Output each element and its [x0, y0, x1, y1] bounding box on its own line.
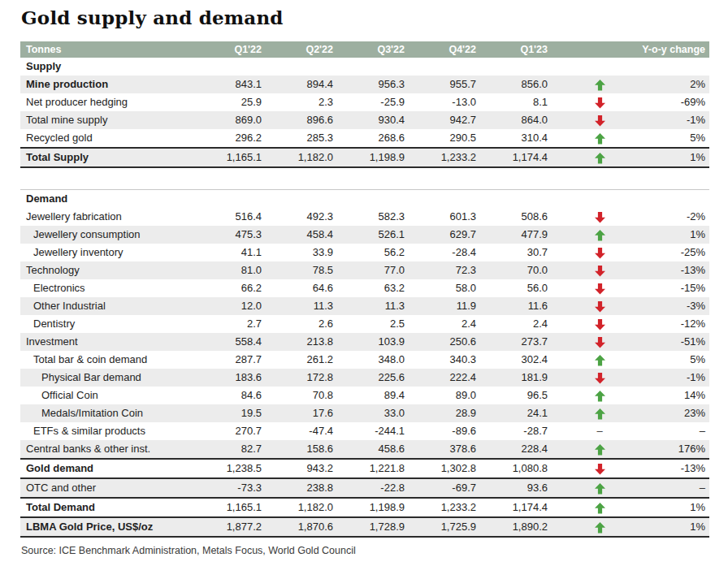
- value-cell: 30.7: [488, 244, 559, 261]
- value-cell: 66.2: [202, 279, 273, 297]
- value-cell: 340.3: [416, 351, 488, 369]
- value-cell: 70.0: [488, 261, 559, 279]
- section-title: Demand: [20, 190, 709, 209]
- no-change-dash-icon: –: [596, 425, 602, 437]
- value-cell: 261.2: [273, 351, 344, 369]
- value-cell: 2.4: [416, 315, 488, 333]
- value-cell: 96.5: [488, 387, 559, 404]
- value-cell: 63.2: [344, 279, 416, 297]
- value-cell: 869.0: [202, 111, 273, 129]
- up-arrow-icon: [595, 503, 605, 514]
- yoy-cell: -13%: [640, 459, 709, 478]
- value-cell: -13.0: [416, 93, 488, 111]
- value-cell: 81.0: [202, 261, 273, 279]
- yoy-cell: –: [640, 422, 709, 440]
- value-cell: 64.6: [273, 279, 344, 297]
- col-header-arrow: [559, 41, 640, 58]
- arrow-cell: [559, 459, 640, 478]
- value-cell: -28.7: [488, 422, 559, 440]
- value-cell: 955.7: [416, 76, 488, 93]
- value-cell: 290.5: [416, 129, 488, 148]
- down-arrow-icon: [595, 319, 605, 331]
- value-cell: 475.3: [202, 226, 273, 244]
- up-arrow-icon: [595, 230, 605, 241]
- yoy-cell: 176%: [640, 440, 709, 459]
- value-cell: -25.9: [344, 93, 416, 111]
- value-cell: 1,198.9: [344, 498, 416, 517]
- value-cell: 310.4: [488, 129, 559, 148]
- down-arrow-icon: [595, 301, 605, 313]
- value-cell: 2.6: [273, 315, 344, 333]
- table-row: Jewellery inventory41.133.956.2-28.430.7…: [20, 244, 709, 261]
- table-row: Gold demand1,238.5943.21,221.81,302.81,0…: [20, 459, 709, 478]
- value-cell: 516.4: [202, 208, 273, 226]
- table-row: Central banks & other inst.82.7158.6458.…: [20, 440, 709, 459]
- yoy-cell: -69%: [640, 93, 709, 111]
- arrow-cell: –: [559, 422, 640, 440]
- value-cell: 558.4: [202, 333, 273, 351]
- value-cell: 1,165.1: [202, 498, 273, 517]
- table-row: Mine production843.1894.4956.3955.7856.0…: [20, 76, 709, 93]
- value-cell: 2.4: [488, 315, 559, 333]
- yoy-cell: -12%: [640, 315, 709, 333]
- value-cell: -47.4: [273, 422, 344, 440]
- arrow-cell: [559, 297, 640, 315]
- value-cell: 268.6: [344, 129, 416, 148]
- value-cell: 1,165.1: [202, 148, 273, 167]
- arrow-cell: [559, 315, 640, 333]
- value-cell: 458.6: [344, 440, 416, 459]
- value-cell: 582.3: [344, 208, 416, 226]
- row-label-cell: Jewellery fabrication: [20, 208, 202, 226]
- value-cell: 526.1: [344, 226, 416, 244]
- arrow-cell: [559, 369, 640, 387]
- yoy-cell: 1%: [640, 498, 709, 517]
- yoy-cell: 5%: [640, 129, 709, 148]
- value-cell: 228.4: [488, 440, 559, 459]
- value-cell: 270.7: [202, 422, 273, 440]
- row-label-cell: Recycled gold: [20, 129, 202, 148]
- arrow-cell: [559, 129, 640, 148]
- down-arrow-icon: [595, 115, 605, 127]
- value-cell: 378.6: [416, 440, 488, 459]
- yoy-cell: 23%: [640, 404, 709, 422]
- page-title: Gold supply and demand: [0, 0, 728, 41]
- arrow-cell: [559, 387, 640, 404]
- col-header-q3-22: Q3'22: [344, 41, 416, 58]
- value-cell: 894.4: [273, 76, 344, 93]
- up-arrow-icon: [595, 133, 605, 145]
- yoy-cell: –: [640, 478, 709, 498]
- value-cell: 58.0: [416, 279, 488, 297]
- row-label-cell: LBMA Gold Price, US$/oz: [20, 517, 202, 537]
- yoy-cell: -2%: [640, 208, 709, 226]
- value-cell: 70.8: [273, 387, 344, 404]
- table-row: Total Supply1,165.11,182.01,198.91,233.2…: [20, 148, 709, 167]
- value-cell: 82.7: [202, 440, 273, 459]
- table-row: Jewellery consumption475.3458.4526.1629.…: [20, 226, 709, 244]
- value-cell: 89.4: [344, 387, 416, 404]
- table-row: Total bar & coin demand287.7261.2348.034…: [20, 351, 709, 369]
- section-title: Supply: [20, 58, 709, 76]
- value-cell: 2.5: [344, 315, 416, 333]
- table-row: ETFs & similar products270.7-47.4-244.1-…: [20, 422, 709, 440]
- value-cell: 213.8: [273, 333, 344, 351]
- row-label-cell: Official Coin: [20, 387, 202, 404]
- table-row: Recycled gold296.2285.3268.6290.5310.45%: [20, 129, 709, 148]
- value-cell: 508.6: [488, 208, 559, 226]
- value-cell: 492.3: [273, 208, 344, 226]
- row-label-cell: Technology: [20, 261, 202, 279]
- row-label-cell: Medals/Imitation Coin: [20, 404, 202, 422]
- row-label-cell: Net producer hedging: [20, 93, 202, 111]
- value-cell: 942.7: [416, 111, 488, 129]
- down-arrow-icon: [595, 373, 605, 384]
- table-row: OTC and other-73.3238.8-22.8-69.793.6–: [20, 478, 709, 498]
- value-cell: 285.3: [273, 129, 344, 148]
- value-cell: 72.3: [416, 261, 488, 279]
- value-cell: -28.4: [416, 244, 488, 261]
- value-cell: 33.9: [273, 244, 344, 261]
- value-cell: 296.2: [202, 129, 273, 148]
- value-cell: 8.1: [488, 93, 559, 111]
- arrow-cell: [559, 244, 640, 261]
- value-cell: 1,238.5: [202, 459, 273, 478]
- value-cell: 103.9: [344, 333, 416, 351]
- value-cell: 1,890.2: [488, 517, 559, 537]
